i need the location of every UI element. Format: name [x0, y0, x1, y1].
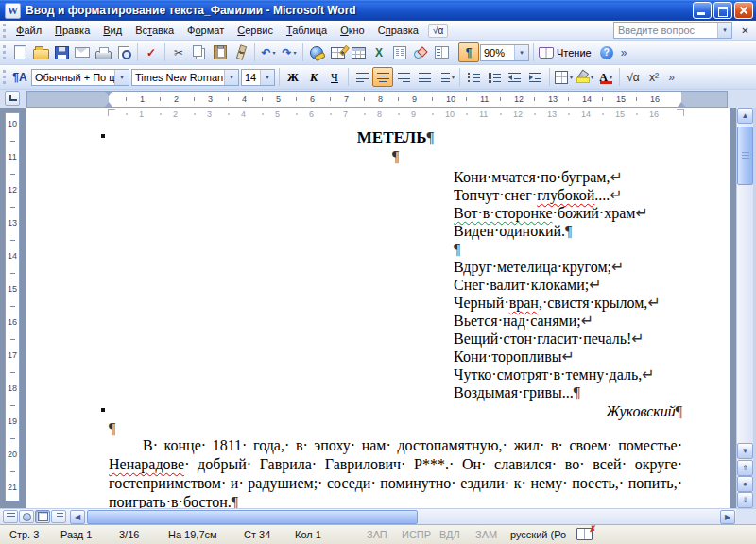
spelling-button[interactable]: ✓ [141, 42, 162, 62]
spelling-status-icon[interactable]: ✗ [576, 528, 593, 540]
superscript-button[interactable]: x² [644, 67, 664, 87]
poem-line-11[interactable]: Кони·торопливы↵ [454, 348, 575, 366]
close-button[interactable] [734, 2, 753, 19]
dropdown-arrow-icon[interactable]: ▾ [717, 23, 731, 38]
poem-line-5[interactable]: ¶ [454, 240, 460, 258]
first-line-indent-marker[interactable] [105, 92, 112, 96]
status-rec-mode[interactable]: ЗАП [367, 529, 387, 540]
toolbar-options-formatting[interactable]: » [664, 67, 679, 87]
cut-button[interactable]: ✂ [168, 42, 189, 62]
styles-and-formatting-button[interactable]: ¶А [9, 67, 30, 87]
status-ovr-mode[interactable]: ЗАМ [475, 529, 497, 540]
style-selector[interactable]: Обычный + По ц▾ [31, 69, 129, 86]
format-painter-button[interactable] [231, 42, 251, 62]
paste-button[interactable] [210, 42, 231, 62]
align-justify-button[interactable] [414, 67, 435, 87]
browse-previous-icon[interactable]: ⇑ [737, 460, 753, 476]
drawing-button[interactable] [410, 42, 431, 62]
empty-paragraph[interactable]: ¶ [109, 419, 115, 437]
paragraph-line-1[interactable]: В· конце· 1811· года,· в· эпоху· нам· до… [109, 436, 682, 455]
vertical-ruler[interactable]: 101112131415161718192021 [5, 112, 20, 502]
font-selector[interactable]: Times New Roman▾ [131, 69, 239, 86]
copy-button[interactable] [189, 42, 210, 62]
font-size-selector[interactable]: 14▾ [241, 69, 275, 86]
hanging-indent-marker[interactable] [105, 102, 112, 107]
columns-button[interactable] [389, 42, 410, 62]
print-button[interactable] [93, 42, 113, 62]
equation-menu-icon[interactable]: √α [428, 24, 448, 38]
highlight-button[interactable]: ▾ [575, 67, 595, 87]
toolbar-options-standard[interactable]: » [617, 42, 631, 62]
align-right-button[interactable] [393, 67, 414, 87]
menu-item-help[interactable]: Справка [371, 22, 425, 40]
italic-button[interactable]: К [303, 67, 324, 87]
view-web-layout-button[interactable] [19, 510, 34, 523]
view-normal-button[interactable] [3, 510, 18, 523]
show-hide-formatting-marks-button[interactable]: ¶ [458, 42, 479, 62]
document-page[interactable]: 12345678910111213141516 МЕТЕЛЬ¶ ¶ Кони·м… [26, 108, 730, 508]
undo-button[interactable]: ↶▾ [258, 42, 279, 62]
poem-line-4[interactable]: Виден·одинокий.¶ [454, 222, 572, 240]
paragraph-line-3[interactable]: гостеприимством· и· радушием;· соседи· п… [109, 474, 682, 493]
underline-button[interactable]: Ч [324, 67, 345, 87]
increase-indent-button[interactable] [525, 67, 546, 87]
font-color-button[interactable]: А▾ [595, 67, 616, 87]
redo-button[interactable]: ↷▾ [279, 42, 300, 62]
scroll-down-icon[interactable]: ▼ [737, 443, 753, 459]
line-spacing-button[interactable]: ▾ [435, 67, 456, 87]
poem-line-10[interactable]: Вещий·стон·гласит·печаль!↵ [454, 330, 644, 348]
maximize-button[interactable] [713, 2, 732, 19]
dropdown-arrow-icon[interactable]: ▾ [114, 70, 129, 85]
menu-item-file[interactable]: Файл [9, 22, 48, 40]
dropdown-arrow-icon[interactable]: ▾ [260, 70, 274, 85]
save-button[interactable] [51, 42, 72, 62]
print-preview-button[interactable] [113, 42, 134, 62]
document-heading-line[interactable]: МЕТЕЛЬ¶ [109, 128, 682, 146]
zoom-selector[interactable]: 90%▾ [480, 44, 529, 61]
scroll-left-icon[interactable]: ◀ [70, 510, 85, 524]
toolbar-grip[interactable] [3, 45, 6, 60]
new-document-button[interactable] [9, 42, 30, 62]
menu-item-view[interactable]: Вид [96, 22, 129, 40]
vertical-scroll-thumb[interactable] [737, 127, 753, 185]
horizontal-scrollbar[interactable]: ◀ ▶ [0, 508, 736, 524]
toolbar-grip[interactable] [3, 24, 6, 38]
horizontal-ruler[interactable]: 12345678910111213141516 [26, 91, 728, 108]
poem-line-6[interactable]: Вдруг·метелица·кругом;↵ [454, 258, 624, 276]
right-indent-marker[interactable] [678, 102, 685, 107]
select-browse-object-icon[interactable]: ● [737, 476, 753, 492]
email-button[interactable] [72, 42, 93, 62]
dropdown-arrow-icon[interactable]: ▾ [224, 70, 238, 85]
paragraph-line-2[interactable]: Ненарадове· добрый· Гаврила· Гаврилович·… [109, 455, 682, 474]
view-print-layout-button[interactable] [35, 510, 50, 523]
dropdown-arrow-icon[interactable]: ▾ [514, 45, 528, 60]
menu-item-tools[interactable]: Сервис [231, 22, 280, 40]
poem-line-2[interactable]: Топчут·снег·глубокой....↵ [454, 186, 623, 204]
paragraph-line-4[interactable]: поиграть·в·бостон.¶ [109, 493, 682, 508]
equation-editor-button[interactable]: √α [623, 67, 644, 87]
poem-line-9[interactable]: Вьется·над·санями;↵ [454, 312, 593, 330]
menu-item-insert[interactable]: Вставка [129, 22, 180, 40]
borders-button[interactable]: ▾ [553, 67, 575, 87]
poem-line-1[interactable]: Кони·мчатся·по·буграм,↵ [454, 168, 623, 186]
menu-item-window[interactable]: Окно [334, 22, 371, 40]
align-left-button[interactable] [352, 67, 372, 87]
scroll-right-icon[interactable]: ▶ [720, 510, 735, 524]
poem-line-8[interactable]: Черный·вран,·свистя·крылом,↵ [454, 294, 661, 312]
decrease-indent-button[interactable] [505, 67, 525, 87]
ask-question-box[interactable]: Введите вопрос ▾ [613, 22, 732, 39]
status-language[interactable]: русский (Ро [510, 529, 566, 540]
toolbar-grip[interactable] [3, 70, 6, 84]
insert-excel-sheet-button[interactable]: X [369, 42, 389, 62]
read-mode-button[interactable]: Чтение [537, 42, 596, 62]
status-ext-mode[interactable]: ВДЛ [439, 529, 460, 540]
browse-next-icon[interactable]: ⇓ [737, 492, 753, 508]
insert-hyperlink-button[interactable] [306, 42, 327, 62]
horizontal-scroll-thumb[interactable] [87, 510, 418, 524]
poem-author-line[interactable]: Жуковский¶ [109, 402, 682, 420]
help-button[interactable]: ? [596, 42, 617, 62]
align-center-button[interactable] [372, 67, 393, 87]
bold-button[interactable]: Ж [283, 67, 303, 87]
scroll-up-icon[interactable]: ▲ [737, 108, 753, 124]
tables-and-borders-button[interactable] [327, 42, 348, 62]
